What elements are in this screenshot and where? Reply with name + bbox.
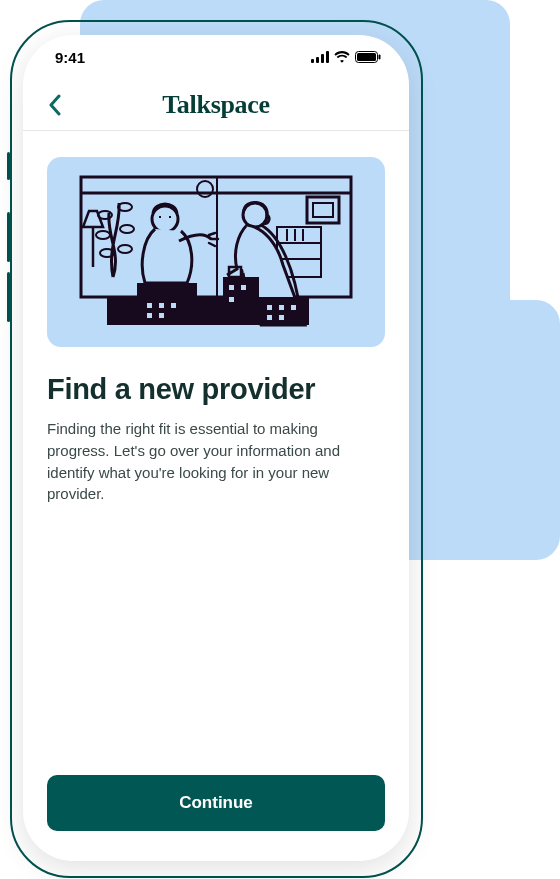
svg-rect-36 <box>279 305 284 310</box>
status-bar: 9:41 <box>23 35 409 79</box>
svg-rect-0 <box>311 59 314 63</box>
svg-rect-5 <box>357 53 376 61</box>
status-time: 9:41 <box>55 49 85 66</box>
page-title: Find a new provider <box>47 373 385 406</box>
svg-rect-33 <box>241 285 246 290</box>
svg-point-10 <box>197 181 213 197</box>
svg-point-24 <box>118 245 132 253</box>
svg-rect-2 <box>321 54 324 63</box>
svg-rect-38 <box>267 315 272 320</box>
svg-rect-1 <box>316 57 319 63</box>
svg-point-25 <box>152 206 178 232</box>
page-content: Find a new provider Finding the right fi… <box>23 131 409 505</box>
svg-rect-30 <box>147 313 152 318</box>
svg-rect-35 <box>267 305 272 310</box>
phone-frame: 9:41 Talkspace <box>23 35 409 861</box>
wifi-icon <box>334 51 350 63</box>
svg-point-22 <box>120 225 134 233</box>
svg-rect-11 <box>307 197 339 223</box>
svg-rect-28 <box>159 303 164 308</box>
battery-icon <box>355 51 381 63</box>
svg-rect-37 <box>291 305 296 310</box>
svg-rect-31 <box>159 313 164 318</box>
svg-rect-12 <box>313 203 333 217</box>
cellular-icon <box>311 51 329 63</box>
brand-logo: Talkspace <box>162 90 270 120</box>
continue-button[interactable]: Continue <box>47 775 385 831</box>
status-icons <box>311 51 381 63</box>
back-button[interactable] <box>39 89 71 121</box>
svg-rect-34 <box>229 297 234 302</box>
svg-rect-32 <box>229 285 234 290</box>
svg-point-21 <box>96 231 110 239</box>
svg-rect-27 <box>147 303 152 308</box>
chevron-left-icon <box>48 94 62 116</box>
continue-button-label: Continue <box>179 793 253 813</box>
page-body-text: Finding the right fit is essential to ma… <box>47 418 367 505</box>
hero-illustration <box>47 157 385 347</box>
svg-rect-39 <box>279 315 284 320</box>
svg-rect-3 <box>326 51 329 63</box>
svg-rect-6 <box>379 55 381 60</box>
nav-bar: Talkspace <box>23 79 409 131</box>
svg-rect-29 <box>171 303 176 308</box>
